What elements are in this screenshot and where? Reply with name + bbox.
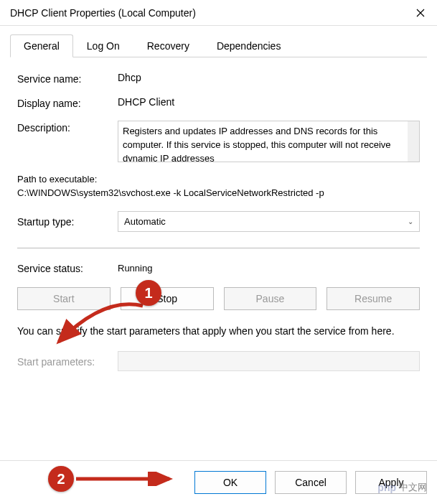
- service-name-row: Service name: Dhcp: [17, 72, 420, 85]
- startup-type-label: Startup type:: [17, 216, 118, 228]
- service-status-value: Running: [118, 263, 152, 274]
- start-parameters-input: [118, 351, 420, 371]
- divider: [17, 248, 420, 248]
- executable-path-section: Path to executable: C:\WINDOWS\system32\…: [17, 174, 420, 198]
- window-title: DHCP Client Properties (Local Computer): [10, 7, 404, 19]
- description-row: Description: Registers and updates IP ad…: [17, 121, 420, 162]
- titlebar: DHCP Client Properties (Local Computer): [0, 0, 437, 26]
- description-label: Description:: [17, 121, 118, 134]
- executable-path-label: Path to executable:: [17, 174, 420, 185]
- startup-type-dropdown[interactable]: Automatic ⌄: [118, 211, 420, 232]
- start-parameters-row: Start parameters:: [17, 351, 420, 371]
- description-scrollbar[interactable]: [408, 121, 419, 162]
- properties-dialog: DHCP Client Properties (Local Computer) …: [0, 0, 437, 504]
- display-name-label: Display name:: [17, 96, 118, 109]
- display-name-row: Display name: DHCP Client: [17, 96, 420, 109]
- service-name-value: Dhcp: [118, 72, 420, 83]
- general-pane: Service name: Dhcp Display name: DHCP Cl…: [10, 57, 427, 386]
- service-status-label: Service status:: [17, 261, 118, 274]
- resume-button: Resume: [326, 287, 420, 310]
- chevron-down-icon: ⌄: [408, 218, 413, 225]
- ok-button[interactable]: OK: [194, 471, 266, 494]
- close-button[interactable]: [404, 0, 437, 26]
- tab-strip: General Log On Recovery Dependencies: [10, 34, 427, 57]
- tab-logon[interactable]: Log On: [73, 34, 133, 57]
- annotation-arrow-2: [75, 472, 175, 486]
- annotation-badge-1: 1: [136, 280, 161, 306]
- annotation-badge-2: 2: [48, 466, 74, 492]
- cancel-button[interactable]: Cancel: [275, 471, 347, 494]
- tab-recovery[interactable]: Recovery: [133, 34, 203, 57]
- service-status-row: Service status: Running: [17, 261, 420, 274]
- executable-path-value: C:\WINDOWS\system32\svchost.exe -k Local…: [17, 187, 420, 198]
- description-textbox[interactable]: Registers and updates IP addresses and D…: [118, 121, 420, 162]
- dialog-content: General Log On Recovery Dependencies Ser…: [0, 26, 437, 460]
- watermark: php 中文网: [377, 481, 427, 494]
- watermark-brand: php: [377, 482, 396, 493]
- watermark-text: 中文网: [399, 481, 427, 494]
- tab-dependencies[interactable]: Dependencies: [203, 34, 295, 57]
- description-value: Registers and updates IP addresses and D…: [123, 126, 391, 162]
- startup-type-row: Startup type: Automatic ⌄: [17, 211, 420, 232]
- annotation-arrow-1: [53, 300, 146, 347]
- service-name-label: Service name:: [17, 72, 118, 85]
- pause-button: Pause: [224, 287, 317, 310]
- start-parameters-label: Start parameters:: [17, 355, 118, 368]
- display-name-value: DHCP Client: [118, 96, 420, 108]
- startup-type-value: Automatic: [124, 216, 166, 227]
- tab-general[interactable]: General: [10, 34, 73, 57]
- close-icon: [416, 9, 425, 17]
